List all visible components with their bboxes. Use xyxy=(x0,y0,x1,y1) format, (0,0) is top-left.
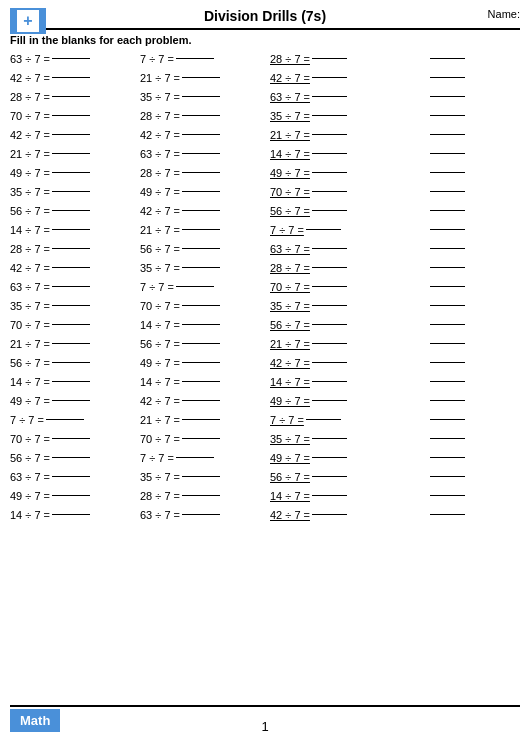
table-row: 7 ÷ 7 =21 ÷ 7 =7 ÷ 7 = xyxy=(10,411,520,428)
problem-text: 56 ÷ 7 = xyxy=(10,452,50,464)
problem-text: 49 ÷ 7 = xyxy=(140,186,180,198)
answer-line xyxy=(430,191,465,192)
answer-line xyxy=(182,305,220,306)
problem-cell xyxy=(415,286,465,287)
answer-line xyxy=(312,343,347,344)
name-label: Name: xyxy=(488,8,520,20)
answer-line xyxy=(52,77,90,78)
answer-line xyxy=(182,419,220,420)
answer-line xyxy=(182,362,220,363)
problem-cell: 49 ÷ 7 = xyxy=(10,490,140,502)
problem-text: 21 ÷ 7 = xyxy=(140,72,180,84)
problem-text: 7 ÷ 7 = xyxy=(140,452,174,464)
problem-cell: 70 ÷ 7 = xyxy=(140,300,270,312)
answer-line xyxy=(312,134,347,135)
problem-cell: 70 ÷ 7 = xyxy=(140,433,270,445)
problem-cell: 28 ÷ 7 = xyxy=(140,167,270,179)
problem-cell: 42 ÷ 7 = xyxy=(10,72,140,84)
answer-line xyxy=(182,267,220,268)
problem-text: 35 ÷ 7 = xyxy=(10,186,50,198)
table-row: 28 ÷ 7 =35 ÷ 7 =63 ÷ 7 = xyxy=(10,88,520,105)
answer-line xyxy=(52,96,90,97)
problem-cell xyxy=(415,267,465,268)
problem-cell xyxy=(415,362,465,363)
problem-cell xyxy=(415,172,465,173)
answer-line xyxy=(312,115,347,116)
problem-text: 14 ÷ 7 = xyxy=(270,148,310,160)
table-row: 14 ÷ 7 =14 ÷ 7 =14 ÷ 7 = xyxy=(10,373,520,390)
problem-text: 21 ÷ 7 = xyxy=(140,224,180,236)
answer-line xyxy=(312,96,347,97)
answer-line xyxy=(312,58,347,59)
table-row: 49 ÷ 7 =42 ÷ 7 =49 ÷ 7 = xyxy=(10,392,520,409)
answer-line xyxy=(430,419,465,420)
answer-line xyxy=(52,134,90,135)
problem-cell: 35 ÷ 7 = xyxy=(140,91,270,103)
answer-line xyxy=(182,153,220,154)
problem-cell: 14 ÷ 7 = xyxy=(270,148,415,160)
problem-text: 14 ÷ 7 = xyxy=(270,490,310,502)
problem-cell: 35 ÷ 7 = xyxy=(270,110,415,122)
problem-text: 70 ÷ 7 = xyxy=(140,433,180,445)
answer-line xyxy=(430,476,465,477)
problem-cell xyxy=(415,419,465,420)
problem-text: 7 ÷ 7 = xyxy=(140,281,174,293)
problem-text: 49 ÷ 7 = xyxy=(10,167,50,179)
problem-cell: 49 ÷ 7 = xyxy=(270,167,415,179)
answer-line xyxy=(182,210,220,211)
problem-text: 63 ÷ 7 = xyxy=(270,91,310,103)
problem-text: 35 ÷ 7 = xyxy=(270,300,310,312)
table-row: 49 ÷ 7 =28 ÷ 7 =14 ÷ 7 = xyxy=(10,487,520,504)
table-row: 35 ÷ 7 =49 ÷ 7 =70 ÷ 7 = xyxy=(10,183,520,200)
problem-text: 42 ÷ 7 = xyxy=(270,357,310,369)
answer-line xyxy=(182,476,220,477)
problem-cell: 49 ÷ 7 = xyxy=(140,186,270,198)
problem-text: 14 ÷ 7 = xyxy=(270,376,310,388)
problem-text: 7 ÷ 7 = xyxy=(140,53,174,65)
problem-text: 63 ÷ 7 = xyxy=(140,148,180,160)
math-label: Math xyxy=(20,713,50,728)
problem-text: 63 ÷ 7 = xyxy=(10,471,50,483)
problem-text: 28 ÷ 7 = xyxy=(10,243,50,255)
problem-text: 35 ÷ 7 = xyxy=(140,262,180,274)
problem-text: 56 ÷ 7 = xyxy=(270,319,310,331)
answer-line xyxy=(306,419,341,420)
answer-line xyxy=(312,77,347,78)
problem-cell: 7 ÷ 7 = xyxy=(140,452,270,464)
page-number: 1 xyxy=(261,719,268,734)
answer-line xyxy=(52,438,90,439)
answer-line xyxy=(312,324,347,325)
problem-text: 42 ÷ 7 = xyxy=(10,72,50,84)
problem-cell: 42 ÷ 7 = xyxy=(270,72,415,84)
answer-line xyxy=(430,324,465,325)
problem-text: 28 ÷ 7 = xyxy=(270,53,310,65)
answer-line xyxy=(52,153,90,154)
answer-line xyxy=(52,324,90,325)
problem-text: 63 ÷ 7 = xyxy=(140,509,180,521)
answer-line xyxy=(312,305,347,306)
answer-line xyxy=(46,419,84,420)
problem-text: 42 ÷ 7 = xyxy=(270,72,310,84)
problem-cell: 42 ÷ 7 = xyxy=(270,357,415,369)
problem-cell: 28 ÷ 7 = xyxy=(10,91,140,103)
problem-cell: 56 ÷ 7 = xyxy=(270,205,415,217)
problem-text: 21 ÷ 7 = xyxy=(140,414,180,426)
answer-line xyxy=(182,115,220,116)
problem-text: 28 ÷ 7 = xyxy=(270,262,310,274)
problem-cell: 70 ÷ 7 = xyxy=(10,110,140,122)
answer-line xyxy=(430,248,465,249)
logo-icon: + xyxy=(17,10,39,32)
problem-text: 21 ÷ 7 = xyxy=(10,148,50,160)
answer-line xyxy=(312,191,347,192)
problem-cell: 56 ÷ 7 = xyxy=(270,471,415,483)
logo-box: + xyxy=(10,8,46,34)
problem-text: 21 ÷ 7 = xyxy=(270,129,310,141)
table-row: 63 ÷ 7 =7 ÷ 7 =70 ÷ 7 = xyxy=(10,278,520,295)
problem-text: 28 ÷ 7 = xyxy=(140,490,180,502)
problem-text: 70 ÷ 7 = xyxy=(140,300,180,312)
problem-cell: 42 ÷ 7 = xyxy=(10,262,140,274)
problem-text: 49 ÷ 7 = xyxy=(140,357,180,369)
problem-cell: 63 ÷ 7 = xyxy=(270,243,415,255)
problem-cell xyxy=(415,400,465,401)
problem-cell: 21 ÷ 7 = xyxy=(140,72,270,84)
